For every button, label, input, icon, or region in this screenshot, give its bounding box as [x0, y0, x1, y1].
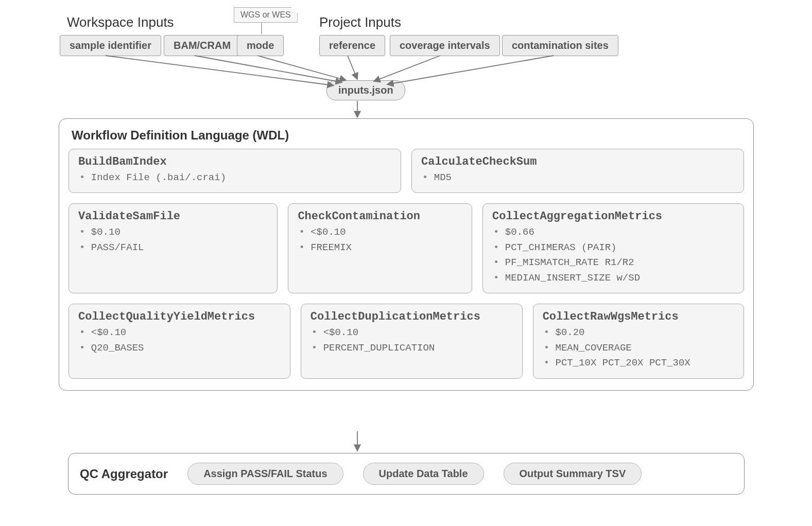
input-contamination-sites: contamination sites	[502, 35, 618, 56]
input-mode: mode	[237, 35, 284, 56]
workspace-inputs-title: Workspace Inputs	[67, 14, 174, 30]
task-item: PCT_CHIMERAS (PAIR)	[493, 240, 734, 255]
task-item: PERCENT_DUPLICATION	[312, 341, 513, 356]
task-validatesamfile: ValidateSamFile $0.10 PASS/FAIL	[68, 203, 278, 293]
task-collectrawwgsmetrics: CollectRawWgsMetrics $0.20 MEAN_COVERAGE…	[533, 304, 744, 378]
task-item: Index File (.bai/.crai)	[79, 170, 391, 185]
qc-action-update: Update Data Table	[363, 463, 484, 485]
task-collectduplicationmetrics: CollectDuplicationMetrics <$0.10 PERCENT…	[301, 304, 523, 378]
task-item: PCT_10X PCT_20X PCT_30X	[544, 356, 734, 371]
task-item: MD5	[422, 170, 734, 185]
svg-line-4	[348, 56, 357, 79]
qc-action-assign: Assign PASS/FAIL Status	[187, 463, 343, 485]
svg-line-5	[374, 56, 440, 81]
qc-title: QC Aggregator	[80, 467, 168, 481]
svg-line-3	[257, 56, 346, 80]
task-collectaggregationmetrics: CollectAggregationMetrics $0.66 PCT_CHIM…	[482, 203, 744, 293]
task-item: MEAN_COVERAGE	[544, 341, 734, 356]
task-item: MEDIAN_INSERT_SIZE w/SD	[493, 271, 734, 286]
mode-note-tab: WGS or WES	[234, 7, 298, 23]
task-item: $0.66	[493, 225, 734, 240]
task-item: PASS/FAIL	[79, 240, 268, 255]
svg-line-2	[195, 56, 342, 82]
task-name: CollectQualityYieldMetrics	[78, 310, 281, 323]
inputs-json-node: inputs.json	[326, 80, 405, 100]
input-sample-identifier: sample identifier	[60, 35, 161, 56]
task-checkcontamination: CheckContamination <$0.10 FREEMIX	[288, 203, 472, 293]
wdl-title: Workflow Definition Language (WDL)	[72, 128, 744, 143]
input-coverage-intervals: coverage intervals	[390, 35, 500, 56]
project-inputs-title: Project Inputs	[319, 14, 401, 30]
task-item: <$0.10	[299, 225, 462, 240]
task-item: <$0.10	[312, 325, 513, 340]
task-item: Q20_BASES	[79, 341, 281, 356]
task-item: PF_MISMATCH_RATE R1/R2	[493, 255, 734, 270]
qc-action-output: Output Summary TSV	[504, 463, 642, 485]
qc-aggregator-frame: QC Aggregator Assign PASS/FAIL Status Up…	[68, 453, 745, 495]
task-name: CollectRawWgsMetrics	[543, 310, 734, 323]
task-item: <$0.10	[79, 325, 281, 340]
input-reference: reference	[319, 35, 385, 56]
task-name: CollectAggregationMetrics	[492, 210, 734, 223]
wdl-frame: Workflow Definition Language (WDL) Build…	[59, 118, 754, 391]
task-item: FREEMIX	[299, 240, 462, 255]
task-item: $0.10	[79, 225, 268, 240]
input-bam-cram: BAM/CRAM	[164, 35, 240, 56]
task-collectqualityyieldmetrics: CollectQualityYieldMetrics <$0.10 Q20_BA…	[68, 304, 290, 378]
task-name: CalculateCheckSum	[421, 155, 734, 168]
task-name: CollectDuplicationMetrics	[310, 310, 513, 323]
svg-line-1	[106, 56, 334, 85]
task-calculatechecksum: CalculateCheckSum MD5	[411, 149, 744, 193]
task-buildbamindex: BuildBamIndex Index File (.bai/.crai)	[68, 149, 401, 193]
task-name: CheckContamination	[298, 210, 462, 223]
task-name: BuildBamIndex	[78, 155, 391, 168]
task-item: $0.20	[544, 325, 734, 340]
task-name: ValidateSamFile	[78, 210, 268, 223]
svg-line-6	[387, 56, 554, 84]
